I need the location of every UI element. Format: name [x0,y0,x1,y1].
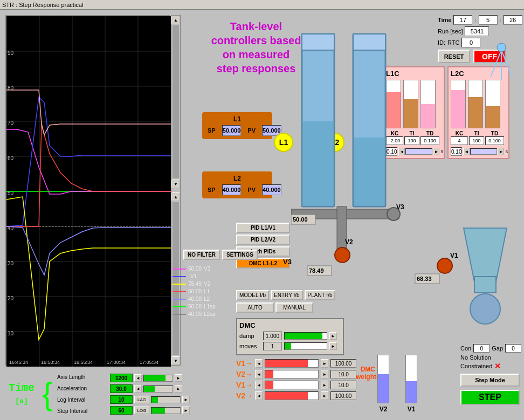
moves-slider-right[interactable]: ► [329,342,337,350]
step-interval-input[interactable] [110,406,133,415]
accel-left-btn[interactable]: ◄ [134,385,142,393]
svg-text:16:50:34: 16:50:34 [41,360,60,365]
pid-l1v1-button[interactable]: PID L1/V1 [236,223,290,233]
right-controls-panel: Con 0 Gap 0 No Solution Constrained ✕ St… [460,344,521,405]
no-filter-button[interactable]: NO FILTER [183,250,220,260]
chart-area: 10 20 30 40 50 60 70 80 90 16:45:34 16:5… [5,15,170,366]
svg-point-40 [470,294,500,324]
svg-text:17:00:34: 17:00:34 [107,360,126,365]
svg-text:16:45:34: 16:45:34 [9,360,28,365]
legend-area: 50.00 V3 V1 78.49 V2 50.00 L1 40.00 L2 5… [173,266,229,318]
l1-sp-value[interactable]: 50.000 [222,125,242,136]
no-solution-text: No Solution [460,354,521,361]
l2-pv-label: PV [247,187,256,193]
acceleration-label: Acceleration [57,385,106,391]
l1-weight-bar [265,359,319,368]
l2-weight-val1[interactable]: 10.0 [330,381,356,389]
filter-settings-row: NO FILTER SETTINGS [183,250,258,260]
accel-input[interactable] [110,384,133,393]
time-big-label: Time [s] [5,382,38,407]
svg-line-55 [501,50,512,77]
moves-label: moves [239,343,261,349]
accel-slider[interactable] [143,385,173,393]
l1-panel: L1 SP 50.000 PV 50.000 [202,112,272,139]
svg-point-56 [497,43,506,52]
l1-weight-val2[interactable]: 10.0 [330,370,356,378]
lag-btn[interactable]: LAG [134,396,149,403]
step-slider[interactable] [151,407,181,414]
l1-weight-right[interactable]: ► [321,359,328,368]
svg-text:30: 30 [8,260,14,266]
step-mode-button[interactable]: Step Mode [460,374,520,387]
log-right-btn[interactable]: ► [182,396,190,403]
title-bar: STR : Step Response practical [0,0,524,10]
accel-right-btn[interactable]: ► [175,385,182,393]
bottom-valve-area: V2 V1 [377,355,417,413]
dmc-panel: DMC damp 1.000 ► moves 1 ► [236,318,344,355]
step-button[interactable]: STEP [460,390,520,405]
l1-title: L1 [208,115,267,123]
svg-text:V1: V1 [450,252,458,259]
scroll-right-1[interactable]: ▲ [171,192,180,201]
auto-button[interactable]: AUTO [236,302,274,313]
axis-right-btn[interactable]: ► [175,374,182,382]
svg-text:V2: V2 [345,238,353,246]
scroll-up-btn[interactable]: ▲ [171,16,180,24]
svg-text:V3: V3 [396,203,404,211]
scroll-down-btn[interactable]: ▼ [171,180,180,188]
svg-text:78.49: 78.49 [309,267,324,274]
legend-v2: 78.49 [188,281,202,287]
manual-button[interactable]: MANUAL [275,302,313,313]
pid-l2v2-button[interactable]: PID L2/V2 [236,235,290,245]
l1-weight-val1[interactable]: 100.00 [330,359,356,368]
v3-bottom-label: V3 [283,258,292,266]
l2-weight-left[interactable]: ◄ [255,381,263,389]
model-fb-button[interactable]: MODEL f/b [236,290,269,300]
scroll-right-2[interactable]: ▼ [171,356,180,365]
bottom-time-controls: Time [s] { Axis Length Acceleration Log … [5,370,190,418]
con-label: Con [460,345,471,352]
axis-left-btn[interactable]: ◄ [134,374,142,382]
damp-slider-right[interactable]: ► [329,332,337,340]
main-container: 10 20 30 40 50 60 70 80 90 16:45:34 16:5… [0,10,524,420]
damp-value[interactable]: 1.000 [263,332,282,340]
log-btn[interactable]: LOG [134,407,149,414]
svg-text:17:05:34: 17:05:34 [140,360,158,365]
l2-weight2-right[interactable]: ► [321,391,328,400]
step-interval-label: Step Interval [57,408,106,414]
step-right-btn[interactable]: ► [182,407,190,414]
settings-button[interactable]: SETTINGS [222,250,258,260]
gap-value[interactable]: 0 [505,344,521,353]
l2-weight2-left[interactable]: ◄ [255,391,263,400]
l2-title: L2 [208,175,267,182]
l1-weight2-right[interactable]: ► [321,370,328,378]
svg-text:16:55:34: 16:55:34 [74,360,93,365]
l2-sp-value[interactable]: 40.000 [222,184,242,195]
damp-slider[interactable] [284,332,327,340]
plant-fb-button[interactable]: PLANT f/b [305,290,336,300]
moves-value[interactable]: 1 [263,342,282,350]
l2-weight-right[interactable]: ► [321,381,328,389]
v2-arrow-2: V2→ [236,391,253,400]
gap-label: Gap [492,345,503,352]
legend-l2sp: 40.00 [188,311,202,317]
l1-weight-left[interactable]: ◄ [255,359,263,368]
legend-l2: 40.00 [188,296,202,302]
l1-weight2-bar [265,370,319,378]
axis-slider[interactable] [143,375,173,382]
curly-brace: { [42,378,53,410]
l2-weight2-bar [265,391,319,400]
l2-weight-val2[interactable]: 100.00 [330,391,356,400]
svg-text:10: 10 [8,331,14,336]
l2-panel: L2 SP 40.000 PV 40.000 [202,171,272,198]
axis-length-input[interactable] [110,374,133,382]
l1-weight2-left[interactable]: ◄ [255,370,263,378]
moves-slider[interactable] [284,342,327,350]
axis-input-rows: ◄ ► ◄ ► LAG ► [110,371,190,417]
legend-l1sp: 50.00 [188,304,202,309]
log-interval-input[interactable] [110,395,133,404]
con-value[interactable]: 0 [473,344,489,353]
log-slider[interactable] [151,396,181,403]
entry-fb-button[interactable]: ENTRY f/b [271,290,302,300]
v2-arrow-1: V2→ [236,370,253,378]
